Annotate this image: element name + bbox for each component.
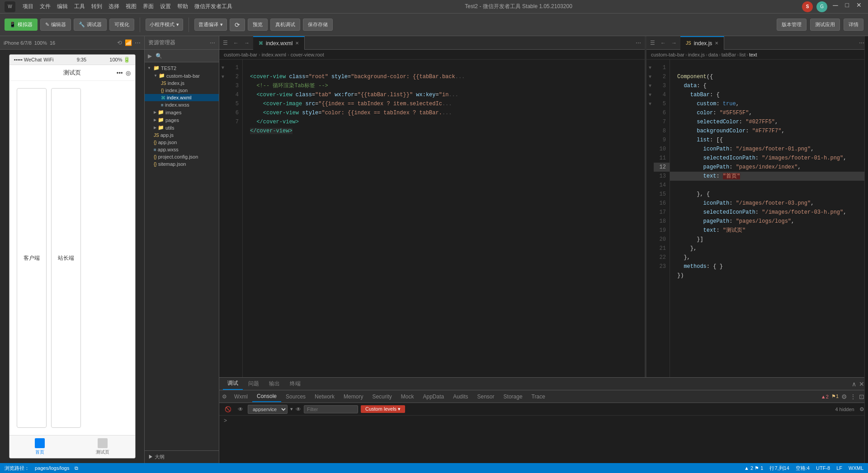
devtools-tab-sensor[interactable]: Sensor (473, 392, 499, 402)
left-editor-menu-icon[interactable]: ☰ (221, 39, 230, 47)
menu-item-file[interactable]: 文件 (37, 2, 53, 11)
filetree-item-pages[interactable]: ▶ 📁 pages (145, 116, 219, 124)
rotate-btn[interactable]: ⟲ (117, 39, 122, 46)
status-path[interactable]: pages/logs/logs (35, 465, 69, 471)
breadcrumb-part-3[interactable]: cover-view.root (291, 52, 324, 57)
left-code-body[interactable]: <cover-view class="root" style="backgrou… (243, 60, 645, 377)
mode-select-wrapper[interactable]: 小程序模式 ▾ (146, 19, 183, 31)
console-clear-btn[interactable]: 🚫 (223, 405, 233, 413)
devtools-settings-btn[interactable]: ⚙ (841, 393, 847, 400)
sim-more-btn[interactable]: ⋯ (135, 39, 141, 46)
right-editor-tab-js[interactable]: JS index.js ✕ (680, 36, 724, 50)
right-editor-menu-icon[interactable]: ☰ (648, 39, 657, 47)
phone-tab-test[interactable]: 测试页 (96, 438, 109, 455)
devtools-tab-sources[interactable]: Sources (281, 392, 310, 402)
filetree-item-appwxss[interactable]: ≡ app.wxss (145, 146, 219, 153)
visual-toggle-btn[interactable]: 可视化 (109, 19, 134, 31)
expand-btn[interactable]: ▶ (146, 52, 153, 60)
right-editor-back-icon[interactable]: ← (659, 39, 668, 47)
menu-item-settings[interactable]: 设置 (157, 2, 174, 11)
status-copy-icon[interactable]: ⧉ (75, 465, 78, 471)
version-mgr-btn[interactable]: 版本管理 (777, 19, 807, 31)
debug-top-tab-debug[interactable]: 调试 (223, 378, 243, 390)
minimize-btn[interactable]: ─ (831, 1, 840, 12)
devtools-tab-console[interactable]: Console (252, 391, 281, 402)
menu-item-project[interactable]: 项目 (20, 2, 36, 11)
filetree-item-index-wxml[interactable]: ⌘ index.wxml (145, 94, 219, 101)
devtools-dock-btn[interactable]: ⊡ (859, 393, 864, 400)
right-editor-fwd-icon[interactable]: → (670, 39, 679, 47)
debug-top-tab-issues[interactable]: 问题 (244, 378, 264, 389)
refresh-btn[interactable]: ⟳ (230, 19, 245, 31)
filetree-item-index-json[interactable]: {} index.json (145, 87, 219, 94)
devtools-tab-ctrl-btn[interactable]: ⚙ (219, 393, 230, 400)
left-tab-close-btn[interactable]: ✕ (295, 41, 299, 46)
filetree-more-btn[interactable]: ⋯ (210, 40, 215, 46)
left-editor-tab-more[interactable]: ⋯ (632, 40, 645, 46)
filetree-item-appjs[interactable]: JS app.js (145, 131, 219, 139)
console-eye-btn[interactable]: 👁 (236, 405, 245, 413)
status-spaces[interactable]: 空格:4 (796, 465, 810, 472)
filetree-item-custom-tab-bar[interactable]: ▼ 📁 custom-tab-bar (145, 72, 219, 80)
status-errors[interactable]: ▲ 2 ⚑ 1 (744, 465, 763, 471)
menu-item-edit[interactable]: 编辑 (54, 2, 71, 11)
filetree-item-index-js[interactable]: JS index.js (145, 80, 219, 87)
right-code-body[interactable]: Component({ data: { tabBar: { custom: tr… (670, 60, 868, 377)
devtools-tab-audits[interactable]: Audits (448, 392, 472, 402)
filetree-item-project-config[interactable]: {} project.config.json (145, 153, 219, 160)
breadcrumb-part-1[interactable]: custom-tab-bar (224, 52, 257, 57)
right-bc-2[interactable]: index.js (688, 52, 705, 57)
filetree-item-utils[interactable]: ▶ 📁 utils (145, 124, 219, 131)
menu-item-help[interactable]: 帮助 (175, 2, 191, 11)
maximize-btn[interactable]: □ (844, 1, 851, 12)
search-btn[interactable]: 🔍 (154, 52, 164, 60)
filetree-item-appjson[interactable]: {} app.json (145, 139, 219, 146)
real-machine-btn[interactable]: 真机调试 (270, 19, 300, 31)
status-eol[interactable]: LF (836, 465, 842, 471)
menu-item-view[interactable]: 视图 (123, 2, 139, 11)
debug-top-tab-terminal[interactable]: 终端 (285, 378, 305, 389)
devtools-tab-memory[interactable]: Memory (339, 392, 368, 402)
devtools-more-btn[interactable]: ⋮ (850, 393, 856, 400)
debug-expand-icon[interactable]: ∧ (852, 380, 856, 388)
preview-btn[interactable]: 预览 (248, 19, 268, 31)
network-toggle-btn[interactable]: 📶 (125, 39, 132, 46)
right-bc-6[interactable]: text (749, 52, 757, 57)
devtools-tab-appdata[interactable]: AppData (418, 392, 448, 402)
devtools-tab-security[interactable]: Security (368, 392, 396, 402)
right-bc-4[interactable]: tabBar (722, 52, 736, 57)
debug-close-icon[interactable]: ✕ (859, 380, 864, 388)
menu-item-weixin-tools[interactable]: 微信开发者工具 (192, 2, 235, 11)
filetree-item-index-wxss[interactable]: ≡ index.wxss (145, 101, 219, 108)
custom-levels-btn[interactable]: Custom levels ▾ (361, 405, 405, 413)
right-bc-5[interactable]: list (740, 52, 745, 57)
left-editor-back-icon[interactable]: ← (231, 39, 241, 47)
menu-item-goto[interactable]: 转到 (89, 2, 105, 11)
status-language[interactable]: WXML (849, 465, 863, 471)
menu-item-tools[interactable]: 工具 (71, 2, 88, 11)
project-root-item[interactable]: ▼ 📁 TEST2 (145, 64, 219, 72)
phone-nav-dots[interactable]: ••• (117, 70, 123, 76)
debugger-toggle-btn[interactable]: 🔧 调试器 (74, 19, 107, 31)
status-charset[interactable]: UTF-8 (816, 465, 830, 471)
appservice-select[interactable]: appservice (248, 405, 288, 414)
settings-gear-icon[interactable]: ⚙ (859, 406, 864, 412)
test-app-btn[interactable]: 测试应用 (810, 19, 840, 31)
right-bc-1[interactable]: custom-tab-bar (651, 52, 684, 57)
menu-item-select[interactable]: 选择 (106, 2, 122, 11)
left-editor-fwd-icon[interactable]: → (242, 39, 251, 47)
debug-top-tab-output[interactable]: 输出 (264, 378, 284, 389)
devtools-tab-wxml[interactable]: Wxml (230, 392, 252, 402)
devtools-tab-trace[interactable]: Trace (527, 392, 550, 402)
simulator-toggle-btn[interactable]: 📱 模拟器 (5, 19, 38, 31)
console-dropdown-icon[interactable]: ▾ (290, 406, 293, 412)
phone-nav-circle[interactable]: ◎ (126, 70, 131, 76)
phone-client-btn[interactable]: 客户端 (17, 88, 47, 428)
phone-admin-btn[interactable]: 站长端 (51, 88, 81, 428)
breadcrumb-part-2[interactable]: index.wxml (262, 52, 286, 57)
devtools-tab-mock[interactable]: Mock (396, 392, 419, 402)
filetree-item-sitemap[interactable]: {} sitemap.json (145, 160, 219, 168)
left-editor-tab-wxml[interactable]: ⌘ index.wxml ✕ (253, 36, 305, 50)
status-line-col[interactable]: 行7,列14 (769, 465, 789, 472)
right-editor-code[interactable]: ▼ ▼ ▼ ▼ ▼ (646, 60, 868, 377)
